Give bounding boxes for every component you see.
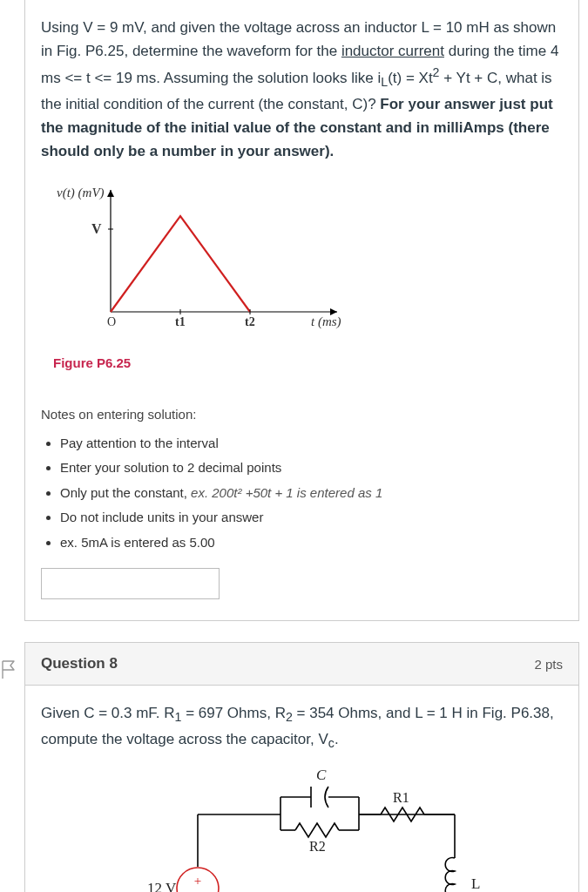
subscript: L	[381, 75, 388, 89]
circuit-diagram: + − 12 V C R1 R2 L	[111, 762, 494, 892]
vsrc-label: 12 V	[147, 880, 177, 892]
text-segment: = 697 Ohms, R	[181, 705, 286, 721]
text-segment: (t) = Xt	[388, 70, 432, 86]
text-segment: .	[335, 731, 339, 747]
r2-label: R2	[309, 839, 326, 854]
list-item: Do not include units in your answer	[60, 508, 563, 528]
problem-text: Given C = 0.3 mF. R1 = 697 Ohms, R2 = 35…	[41, 701, 563, 753]
answer-input[interactable]	[41, 568, 220, 599]
list-item: Pay attention to the interval	[60, 434, 563, 454]
notes-heading: Notes on entering solution:	[41, 407, 563, 422]
t2-label: t2	[245, 315, 255, 328]
svg-marker-3	[107, 190, 114, 197]
notes-list: Pay attention to the interval Enter your…	[60, 434, 563, 553]
text-segment: Only put the constant,	[60, 485, 191, 500]
italic-example: ex. 200t² +50t + 1 is entered as 1	[191, 485, 382, 500]
question-title: Question 8	[41, 655, 118, 672]
svg-text:+: +	[193, 874, 200, 888]
y-axis-label: v(t) (mV)	[57, 186, 105, 200]
question-card-7: Using V = 9 mV, and given the voltage ac…	[24, 0, 579, 621]
l-label: L	[471, 875, 480, 892]
problem-text: Using V = 9 mV, and given the voltage ac…	[41, 16, 563, 164]
subscript: 2	[286, 711, 293, 725]
subscript: c	[328, 737, 335, 751]
underlined-text: inductor current	[341, 43, 444, 59]
list-item: Enter your solution to 2 decimal points	[60, 458, 563, 478]
question-body: Given C = 0.3 mF. R1 = 697 Ohms, R2 = 35…	[25, 686, 578, 892]
svg-text:−: −	[193, 888, 201, 892]
list-item: ex. 5mA is entered as 5.00	[60, 533, 563, 553]
question-card-8: Question 8 2 pts Given C = 0.3 mF. R1 = …	[24, 642, 579, 892]
r1-label: R1	[393, 790, 409, 805]
question-body: Using V = 9 mV, and given the voltage ac…	[25, 0, 578, 620]
v-marker: V	[91, 221, 102, 236]
t1-label: t1	[175, 315, 186, 328]
figure-caption: Figure P6.25	[53, 355, 563, 370]
text-segment: Given C = 0.3 mF. R	[41, 705, 175, 721]
figure-p6-25: v(t) (mV) V O t1 t2 t (ms) Figure P6.25	[41, 181, 563, 370]
c-label: C	[316, 767, 327, 783]
origin-label: O	[107, 315, 116, 328]
flag-icon[interactable]	[1, 660, 17, 679]
voltage-plot: v(t) (mV) V O t1 t2 t (ms)	[41, 181, 372, 347]
question-points: 2 pts	[534, 657, 563, 672]
x-axis-label: t (ms)	[311, 314, 341, 329]
question-header: Question 8 2 pts	[25, 643, 578, 686]
list-item: Only put the constant, ex. 200t² +50t + …	[60, 483, 563, 503]
figure-p6-38: + − 12 V C R1 R2 L	[41, 762, 563, 892]
